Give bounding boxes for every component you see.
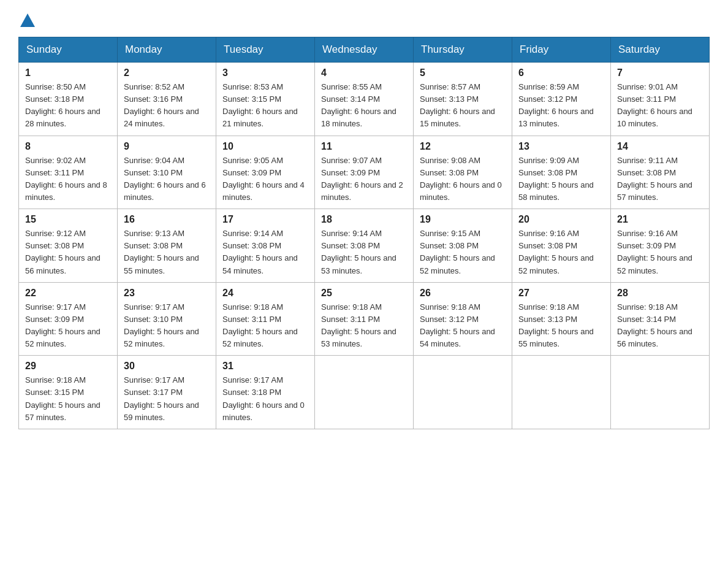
- calendar-cell: 29Sunrise: 9:18 AMSunset: 3:15 PMDayligh…: [19, 356, 118, 429]
- calendar-cell: 21Sunrise: 9:16 AMSunset: 3:09 PMDayligh…: [611, 209, 710, 283]
- calendar-cell: 30Sunrise: 9:17 AMSunset: 3:17 PMDayligh…: [118, 356, 216, 429]
- day-info: Sunrise: 9:07 AMSunset: 3:09 PMDaylight:…: [321, 156, 403, 202]
- day-info: Sunrise: 9:13 AMSunset: 3:08 PMDaylight:…: [124, 229, 199, 275]
- day-info: Sunrise: 8:55 AMSunset: 3:14 PMDaylight:…: [321, 82, 396, 128]
- day-number: 10: [222, 141, 308, 152]
- day-number: 4: [321, 67, 407, 79]
- day-number: 18: [321, 214, 407, 225]
- calendar-cell: 10Sunrise: 9:05 AMSunset: 3:09 PMDayligh…: [216, 136, 315, 209]
- calendar-cell: 16Sunrise: 9:13 AMSunset: 3:08 PMDayligh…: [118, 209, 216, 283]
- calendar-table: SundayMondayTuesdayWednesdayThursdayFrid…: [18, 37, 710, 429]
- calendar-cell: 4Sunrise: 8:55 AMSunset: 3:14 PMDaylight…: [315, 63, 414, 136]
- day-info: Sunrise: 9:14 AMSunset: 3:08 PMDaylight:…: [222, 229, 298, 275]
- calendar-cell: 9Sunrise: 9:04 AMSunset: 3:10 PMDaylight…: [118, 136, 216, 209]
- calendar-cell: 11Sunrise: 9:07 AMSunset: 3:09 PMDayligh…: [315, 136, 414, 209]
- day-number: 5: [420, 67, 506, 79]
- day-number: 22: [25, 288, 111, 299]
- logo-triangle-icon: [20, 13, 35, 27]
- day-info: Sunrise: 9:01 AMSunset: 3:11 PMDaylight:…: [617, 82, 692, 128]
- day-number: 31: [222, 361, 308, 372]
- day-info: Sunrise: 9:14 AMSunset: 3:08 PMDaylight:…: [321, 229, 396, 275]
- calendar-week-row: 15Sunrise: 9:12 AMSunset: 3:08 PMDayligh…: [19, 209, 710, 283]
- day-number: 11: [321, 141, 407, 152]
- day-info: Sunrise: 9:04 AMSunset: 3:10 PMDaylight:…: [124, 156, 206, 202]
- day-number: 21: [617, 214, 703, 225]
- day-info: Sunrise: 9:18 AMSunset: 3:11 PMDaylight:…: [321, 302, 396, 348]
- day-number: 26: [420, 288, 506, 299]
- calendar-week-row: 22Sunrise: 9:17 AMSunset: 3:09 PMDayligh…: [19, 282, 710, 356]
- day-info: Sunrise: 8:52 AMSunset: 3:16 PMDaylight:…: [124, 82, 199, 128]
- calendar-cell: 7Sunrise: 9:01 AMSunset: 3:11 PMDaylight…: [611, 63, 710, 136]
- calendar-header-row: SundayMondayTuesdayWednesdayThursdayFrid…: [19, 37, 710, 63]
- day-number: 8: [25, 141, 111, 152]
- calendar-cell: 13Sunrise: 9:09 AMSunset: 3:08 PMDayligh…: [512, 136, 611, 209]
- calendar-cell: 23Sunrise: 9:17 AMSunset: 3:10 PMDayligh…: [118, 282, 216, 356]
- calendar-cell: [611, 356, 710, 429]
- day-info: Sunrise: 9:17 AMSunset: 3:18 PMDaylight:…: [222, 375, 305, 421]
- day-number: 20: [518, 214, 604, 225]
- col-header-wednesday: Wednesday: [315, 37, 414, 63]
- calendar-cell: [315, 356, 414, 429]
- day-info: Sunrise: 9:16 AMSunset: 3:08 PMDaylight:…: [518, 229, 594, 275]
- calendar-cell: 6Sunrise: 8:59 AMSunset: 3:12 PMDaylight…: [512, 63, 611, 136]
- day-info: Sunrise: 9:16 AMSunset: 3:09 PMDaylight:…: [617, 229, 692, 275]
- calendar-cell: 20Sunrise: 9:16 AMSunset: 3:08 PMDayligh…: [512, 209, 611, 283]
- calendar-cell: 17Sunrise: 9:14 AMSunset: 3:08 PMDayligh…: [216, 209, 315, 283]
- col-header-tuesday: Tuesday: [216, 37, 315, 63]
- calendar-cell: 19Sunrise: 9:15 AMSunset: 3:08 PMDayligh…: [414, 209, 512, 283]
- day-info: Sunrise: 9:18 AMSunset: 3:14 PMDaylight:…: [617, 302, 692, 348]
- day-info: Sunrise: 9:11 AMSunset: 3:08 PMDaylight:…: [617, 156, 692, 202]
- calendar-cell: 25Sunrise: 9:18 AMSunset: 3:11 PMDayligh…: [315, 282, 414, 356]
- calendar-cell: 27Sunrise: 9:18 AMSunset: 3:13 PMDayligh…: [512, 282, 611, 356]
- day-info: Sunrise: 8:50 AMSunset: 3:18 PMDaylight:…: [25, 82, 100, 128]
- day-info: Sunrise: 9:17 AMSunset: 3:09 PMDaylight:…: [25, 302, 100, 348]
- calendar-cell: 15Sunrise: 9:12 AMSunset: 3:08 PMDayligh…: [19, 209, 118, 283]
- day-number: 6: [518, 67, 604, 79]
- page-header: [18, 12, 710, 25]
- day-info: Sunrise: 9:15 AMSunset: 3:08 PMDaylight:…: [420, 229, 495, 275]
- day-info: Sunrise: 9:08 AMSunset: 3:08 PMDaylight:…: [420, 156, 502, 202]
- day-info: Sunrise: 9:18 AMSunset: 3:13 PMDaylight:…: [518, 302, 594, 348]
- day-info: Sunrise: 9:17 AMSunset: 3:10 PMDaylight:…: [124, 302, 199, 348]
- calendar-cell: 2Sunrise: 8:52 AMSunset: 3:16 PMDaylight…: [118, 63, 216, 136]
- day-number: 12: [420, 141, 506, 152]
- day-info: Sunrise: 9:18 AMSunset: 3:11 PMDaylight:…: [222, 302, 298, 348]
- calendar-cell: [512, 356, 611, 429]
- calendar-cell: 22Sunrise: 9:17 AMSunset: 3:09 PMDayligh…: [19, 282, 118, 356]
- day-info: Sunrise: 9:05 AMSunset: 3:09 PMDaylight:…: [222, 156, 305, 202]
- day-info: Sunrise: 9:12 AMSunset: 3:08 PMDaylight:…: [25, 229, 100, 275]
- day-number: 25: [321, 288, 407, 299]
- day-number: 17: [222, 214, 308, 225]
- calendar-cell: 31Sunrise: 9:17 AMSunset: 3:18 PMDayligh…: [216, 356, 315, 429]
- day-number: 23: [124, 288, 210, 299]
- calendar-cell: [414, 356, 512, 429]
- calendar-cell: 1Sunrise: 8:50 AMSunset: 3:18 PMDaylight…: [19, 63, 118, 136]
- day-number: 9: [124, 141, 210, 152]
- calendar-cell: 26Sunrise: 9:18 AMSunset: 3:12 PMDayligh…: [414, 282, 512, 356]
- calendar-cell: 28Sunrise: 9:18 AMSunset: 3:14 PMDayligh…: [611, 282, 710, 356]
- col-header-friday: Friday: [512, 37, 611, 63]
- calendar-cell: 12Sunrise: 9:08 AMSunset: 3:08 PMDayligh…: [414, 136, 512, 209]
- calendar-week-row: 8Sunrise: 9:02 AMSunset: 3:11 PMDaylight…: [19, 136, 710, 209]
- day-number: 19: [420, 214, 506, 225]
- day-info: Sunrise: 8:57 AMSunset: 3:13 PMDaylight:…: [420, 82, 495, 128]
- calendar-cell: 18Sunrise: 9:14 AMSunset: 3:08 PMDayligh…: [315, 209, 414, 283]
- col-header-thursday: Thursday: [414, 37, 512, 63]
- day-info: Sunrise: 9:17 AMSunset: 3:17 PMDaylight:…: [124, 375, 199, 421]
- logo: [18, 12, 35, 25]
- day-info: Sunrise: 9:18 AMSunset: 3:15 PMDaylight:…: [25, 375, 100, 421]
- day-number: 7: [617, 67, 703, 79]
- col-header-sunday: Sunday: [19, 37, 118, 63]
- calendar-cell: 14Sunrise: 9:11 AMSunset: 3:08 PMDayligh…: [611, 136, 710, 209]
- day-info: Sunrise: 9:02 AMSunset: 3:11 PMDaylight:…: [25, 156, 107, 202]
- day-number: 15: [25, 214, 111, 225]
- calendar-cell: 8Sunrise: 9:02 AMSunset: 3:11 PMDaylight…: [19, 136, 118, 209]
- calendar-week-row: 1Sunrise: 8:50 AMSunset: 3:18 PMDaylight…: [19, 63, 710, 136]
- day-number: 24: [222, 288, 308, 299]
- calendar-cell: 5Sunrise: 8:57 AMSunset: 3:13 PMDaylight…: [414, 63, 512, 136]
- day-number: 29: [25, 361, 111, 372]
- calendar-week-row: 29Sunrise: 9:18 AMSunset: 3:15 PMDayligh…: [19, 356, 710, 429]
- day-info: Sunrise: 9:18 AMSunset: 3:12 PMDaylight:…: [420, 302, 495, 348]
- day-number: 14: [617, 141, 703, 152]
- day-number: 2: [124, 67, 210, 79]
